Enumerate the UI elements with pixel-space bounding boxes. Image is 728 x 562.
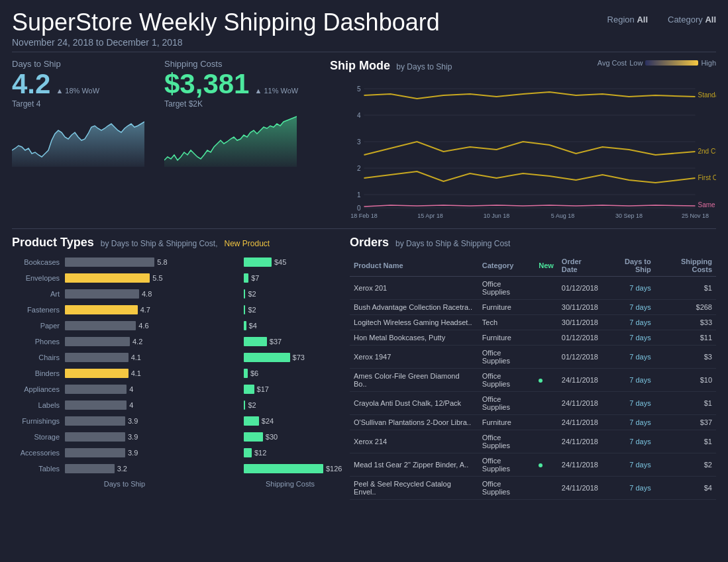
- table-row[interactable]: Mead 1st Gear 2" Zipper Binder, A..Offic…: [350, 453, 716, 476]
- new-indicator: [539, 463, 543, 467]
- days-bar-fill: [65, 321, 136, 330]
- shipping-wow: ▲ 11% WoW: [254, 87, 298, 95]
- category-cell: Tech: [478, 314, 535, 330]
- table-row[interactable]: Xerox 214Office Supplies24/11/20187 days…: [350, 430, 716, 453]
- days-cell: 7 days: [603, 476, 655, 499]
- table-row[interactable]: Xerox 1947Office Supplies01/12/20187 day…: [350, 345, 716, 368]
- table-row[interactable]: Peel & Seel Recycled Catalog Envel..Offi…: [350, 476, 716, 499]
- cost-bar-fill: [244, 385, 254, 394]
- cost-cell: $1: [655, 430, 716, 453]
- date-cell: 30/11/2018: [558, 299, 603, 314]
- date-cell: 24/11/2018: [558, 414, 603, 430]
- days-bar-fill: [65, 369, 129, 378]
- cost-bar-row: $7: [244, 271, 337, 285]
- ship-mode-subtitle: by Days to Ship: [396, 62, 452, 71]
- table-row[interactable]: O'Sullivan Plantations 2-Door Libra..Fur…: [350, 414, 716, 430]
- product-name: Paper: [12, 322, 65, 330]
- table-row[interactable]: Hon Metal Bookcases, PuttyFurniture01/12…: [350, 330, 716, 345]
- product-cell: Ames Color-File Green Diamond Bo..: [350, 368, 478, 391]
- cost-bar-row: $45: [244, 255, 337, 269]
- svg-text:15 Apr 18: 15 Apr 18: [417, 212, 443, 219]
- cost-bar-fill: [244, 305, 245, 314]
- region-filter[interactable]: Region All: [607, 15, 648, 24]
- new-indicator: [539, 379, 543, 383]
- page-header: SuperStore Weekly Shipping Dashboard Nov…: [0, 0, 728, 52]
- svg-text:2: 2: [357, 165, 361, 172]
- days-bar-fill: [65, 464, 115, 473]
- cost-cell: $1: [655, 391, 716, 414]
- days-value: 4.2: [12, 70, 50, 98]
- cost-bar-container: $2: [244, 400, 337, 410]
- svg-text:4: 4: [357, 112, 361, 119]
- new-cell: [535, 391, 558, 414]
- date-cell: 24/11/2018: [558, 391, 603, 414]
- new-cell: [535, 345, 558, 368]
- days-bar-container: 4.1: [65, 353, 237, 362]
- cost-bar-row: $2: [244, 398, 337, 412]
- ship-mode-section: Ship Mode by Days to Ship Avg Cost Low H…: [323, 59, 716, 223]
- days-cell: 7 days: [603, 368, 655, 391]
- days-sparkline: [12, 114, 144, 167]
- page-title: SuperStore Weekly Shipping Dashboard: [12, 9, 440, 36]
- days-bar-value: 4: [129, 401, 133, 409]
- days-bar-container: 5.5: [65, 273, 237, 283]
- cost-bar-fill: [244, 273, 248, 283]
- product-name: Chairs: [12, 353, 65, 361]
- svg-text:5: 5: [357, 85, 361, 93]
- category-filter[interactable]: Category All: [668, 15, 716, 24]
- ship-mode-header: Ship Mode by Days to Ship Avg Cost Low H…: [330, 59, 716, 73]
- col-new: New: [535, 255, 558, 277]
- new-cell: [535, 276, 558, 299]
- category-cell: Office Supplies: [478, 453, 535, 476]
- table-row[interactable]: Bush Advantage Collection Racetra..Furni…: [350, 299, 716, 314]
- cost-cell: $268: [655, 299, 716, 314]
- product-cell: Logitech Wireless Gaming Headset..: [350, 314, 478, 330]
- category-cell: Office Supplies: [478, 476, 535, 499]
- days-wow: ▲ 18% WoW: [56, 87, 99, 95]
- high-label: High: [701, 59, 716, 67]
- table-row[interactable]: Ames Color-File Green Diamond Bo..Office…: [350, 368, 716, 391]
- cost-bar-container: $12: [244, 448, 337, 457]
- date-cell: 24/11/2018: [558, 368, 603, 391]
- days-bar-value: 4: [129, 385, 133, 393]
- category-cell: Furniture: [478, 414, 535, 430]
- title-bold: SuperStore Weekly: [12, 9, 217, 36]
- product-bar-row: Tables3.2: [12, 461, 237, 476]
- cost-bars: $45$7$2$2$4$37$73$6$17$2$24$30$12$126: [244, 255, 337, 477]
- days-bar-container: 4.2: [65, 337, 237, 346]
- product-bar-row: Appliances4: [12, 382, 237, 397]
- cost-bar-value: $2: [248, 306, 256, 314]
- date-range: November 24, 2018 to December 1, 2018: [12, 37, 440, 48]
- svg-text:First Class: First Class: [698, 174, 717, 181]
- ship-mode-title: Ship Mode: [330, 59, 390, 72]
- cost-bar-row: $6: [244, 366, 337, 381]
- product-types-subtitle: by Days to Ship & Shipping Cost,: [101, 239, 218, 248]
- new-cell: [535, 314, 558, 330]
- top-section: Days to Ship 4.2 ▲ 18% WoW Target 4 Ship…: [0, 52, 728, 223]
- cost-cell: $4: [655, 476, 716, 499]
- new-product-label: New Product: [224, 239, 270, 248]
- table-row[interactable]: Logitech Wireless Gaming Headset..Tech30…: [350, 314, 716, 330]
- product-name: Appliances: [12, 385, 65, 393]
- col-cost: Shipping Costs: [655, 255, 716, 277]
- product-name: Binders: [12, 369, 65, 377]
- product-name: Accessories: [12, 449, 65, 457]
- cost-bar-fill: [244, 416, 259, 426]
- table-row[interactable]: Xerox 201Office Supplies01/12/20187 days…: [350, 276, 716, 299]
- days-bar-fill: [65, 258, 154, 267]
- product-cell: Bush Advantage Collection Racetra..: [350, 299, 478, 314]
- new-cell: [535, 430, 558, 453]
- table-row[interactable]: Crayola Anti Dust Chalk, 12/PackOffice S…: [350, 391, 716, 414]
- days-bar-container: 4: [65, 385, 237, 394]
- svg-text:Standard: Standard: [698, 91, 717, 99]
- product-bar-row: Phones4.2: [12, 334, 237, 349]
- new-cell: [535, 414, 558, 430]
- cost-bar-fill: [244, 400, 245, 410]
- category-cell: Office Supplies: [478, 391, 535, 414]
- cost-bar-value: $12: [254, 449, 266, 457]
- product-bar-row: Furnishings3.9: [12, 414, 237, 428]
- cost-bar-container: $2: [244, 289, 337, 299]
- days-label: Days to Ship: [12, 59, 164, 69]
- orders-subtitle: by Days to Ship & Shipping Cost: [395, 239, 510, 248]
- product-name: Envelopes: [12, 274, 65, 282]
